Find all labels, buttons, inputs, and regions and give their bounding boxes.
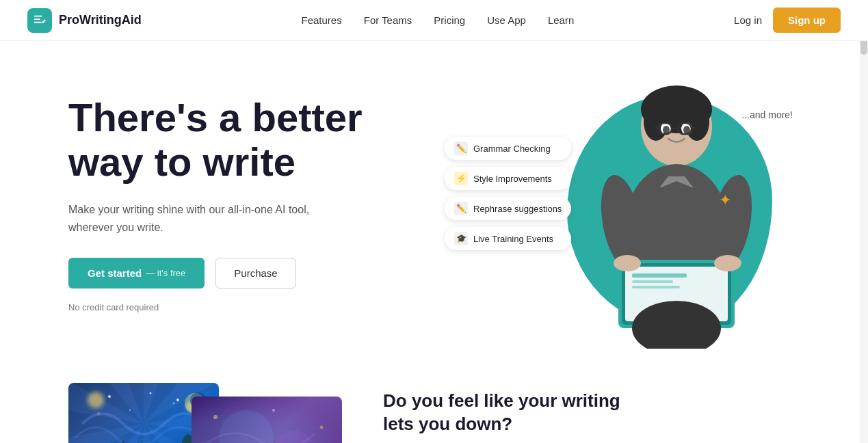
main-nav: Features For Teams Pricing Use App Learn bbox=[302, 14, 575, 26]
sparkle-icon: ✦ bbox=[719, 191, 731, 209]
pill-style: ⚡ Style Improvements bbox=[445, 167, 571, 190]
svg-point-26 bbox=[614, 255, 641, 271]
purple-card bbox=[192, 397, 342, 443]
svg-point-29 bbox=[88, 392, 104, 408]
style-icon: ⚡ bbox=[454, 172, 468, 185]
svg-point-27 bbox=[714, 255, 741, 271]
svg-rect-24 bbox=[632, 280, 673, 283]
hero-buttons: Get started — it's free Purchase bbox=[68, 258, 424, 288]
hero-section: There's a better way to write Make your … bbox=[0, 41, 868, 369]
pill-training: 🎓 Live Training Events bbox=[445, 227, 571, 250]
svg-point-45 bbox=[320, 426, 324, 429]
svg-point-43 bbox=[213, 415, 218, 419]
grammar-icon: ✏️ bbox=[454, 142, 468, 155]
pill-grammar-label: Grammar Checking bbox=[473, 144, 551, 154]
signup-button[interactable]: Sign up bbox=[773, 8, 841, 33]
logo-icon bbox=[27, 8, 52, 33]
svg-point-31 bbox=[108, 395, 111, 398]
hero-subtitle: Make your writing shine with our all-in-… bbox=[68, 201, 328, 236]
free-suffix: — it's free bbox=[146, 268, 185, 278]
nav-for-teams[interactable]: For Teams bbox=[364, 14, 412, 26]
svg-point-6 bbox=[685, 103, 709, 141]
nav-actions: Log in Sign up bbox=[734, 8, 841, 33]
training-icon: 🎓 bbox=[454, 232, 468, 245]
bottom-title-part1: Do you feel like your writing bbox=[383, 390, 620, 411]
svg-rect-25 bbox=[632, 286, 680, 288]
header: ProWritingAid Features For Teams Pricing… bbox=[0, 0, 868, 41]
svg-point-34 bbox=[129, 410, 131, 411]
pill-rephrase: ✏️ Rephrase suggestions bbox=[445, 197, 571, 220]
pill-training-label: Live Training Events bbox=[473, 234, 553, 244]
nav-pricing[interactable]: Pricing bbox=[434, 14, 465, 26]
bottom-section: My idea in my head Do you feel like your… bbox=[0, 369, 868, 443]
pill-grammar: ✏️ Grammar Checking bbox=[445, 137, 571, 160]
hero-content: There's a better way to write Make your … bbox=[68, 82, 424, 312]
logo-text: ProWritingAid bbox=[59, 13, 142, 27]
svg-rect-0 bbox=[34, 15, 42, 16]
purchase-button[interactable]: Purchase bbox=[215, 258, 295, 288]
get-started-button[interactable]: Get started — it's free bbox=[68, 258, 205, 288]
hero-title: There's a better way to write bbox=[68, 96, 424, 185]
nav-learn[interactable]: Learn bbox=[548, 14, 574, 26]
pill-rephrase-label: Rephrase suggestions bbox=[473, 204, 562, 214]
hero-visual: ✏️ Grammar Checking ⚡ Style Improvements… bbox=[438, 82, 813, 342]
no-credit-text: No credit card required bbox=[68, 302, 424, 312]
rephrase-icon: ✏️ bbox=[454, 202, 468, 215]
logo[interactable]: ProWritingAid bbox=[27, 8, 142, 33]
svg-rect-2 bbox=[34, 21, 42, 23]
get-started-label: Get started bbox=[88, 267, 142, 279]
svg-point-32 bbox=[150, 392, 152, 394]
bottom-text: Do you feel like your writing lets you d… bbox=[383, 383, 813, 443]
svg-point-5 bbox=[644, 103, 668, 141]
svg-point-41 bbox=[219, 410, 274, 443]
nav-use-app[interactable]: Use App bbox=[487, 14, 526, 26]
svg-point-42 bbox=[274, 431, 315, 443]
login-link[interactable]: Log in bbox=[734, 14, 762, 26]
more-text: ...and more! bbox=[741, 109, 793, 120]
feature-pills: ✏️ Grammar Checking ⚡ Style Improvements… bbox=[445, 137, 571, 250]
bottom-title: Do you feel like your writing lets you d… bbox=[383, 390, 813, 436]
svg-rect-1 bbox=[34, 18, 40, 20]
bottom-title-bold: lets you down? bbox=[383, 414, 512, 434]
bottom-image-area: My idea in my head bbox=[68, 383, 328, 443]
svg-rect-23 bbox=[632, 273, 687, 278]
nav-features[interactable]: Features bbox=[302, 14, 342, 26]
svg-point-33 bbox=[176, 399, 179, 401]
svg-point-44 bbox=[272, 409, 275, 412]
pill-style-label: Style Improvements bbox=[473, 174, 552, 184]
person-image bbox=[567, 62, 786, 349]
